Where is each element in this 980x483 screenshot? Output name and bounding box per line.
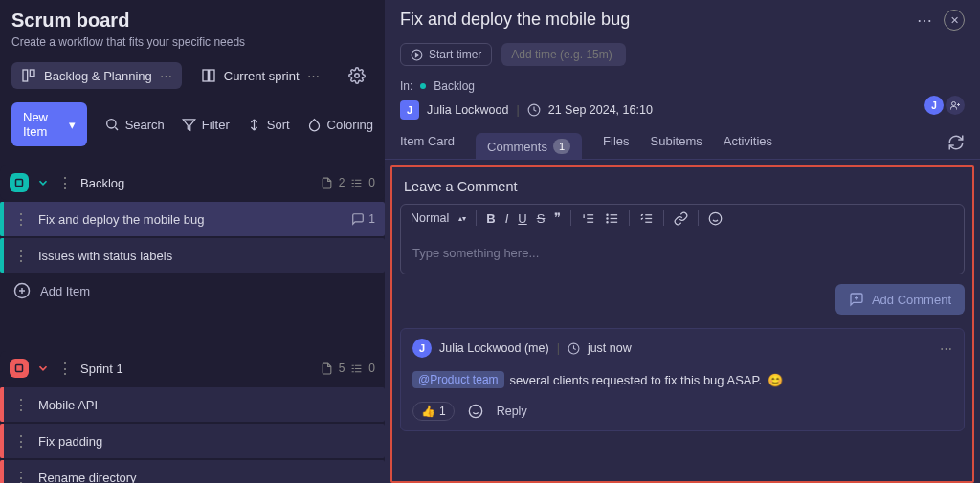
- group-checkbox[interactable]: [10, 173, 29, 192]
- start-timer-button[interactable]: Start timer: [400, 43, 492, 66]
- checklist-button[interactable]: [639, 211, 654, 226]
- emoji-button[interactable]: [708, 211, 723, 226]
- mention[interactable]: @Product team: [412, 371, 504, 388]
- tab-files[interactable]: Files: [603, 134, 629, 158]
- comment-body: @Product team several clients requested …: [412, 371, 952, 388]
- drag-handle-icon[interactable]: ⋮: [57, 360, 73, 378]
- list-item[interactable]: ⋮Rename directory: [0, 460, 385, 483]
- avatar[interactable]: J: [400, 100, 419, 120]
- svg-rect-1: [30, 70, 34, 77]
- add-comment-button[interactable]: Add Comment: [835, 284, 965, 315]
- more-icon[interactable]: ⋯: [940, 341, 952, 356]
- filter-icon: [182, 118, 196, 132]
- left-panel: Scrum board Create a workflow that fits …: [0, 0, 385, 483]
- coloring-button[interactable]: Coloring: [307, 118, 373, 132]
- drag-handle-icon[interactable]: ⋮: [13, 396, 29, 414]
- group-checkbox[interactable]: [10, 359, 29, 378]
- tab-activities[interactable]: Activities: [724, 134, 772, 158]
- sprint-icon: [201, 68, 216, 83]
- svg-rect-2: [203, 70, 208, 81]
- play-icon: [411, 49, 423, 61]
- strike-button[interactable]: S: [537, 211, 546, 226]
- list-item[interactable]: ⋮ Fix and deploy the mobile bug 1: [0, 202, 385, 236]
- svg-point-16: [952, 102, 956, 106]
- more-icon[interactable]: ⋯: [917, 11, 932, 30]
- tab-item-card[interactable]: Item Card: [400, 134, 455, 158]
- sort-button[interactable]: Sort: [247, 118, 290, 132]
- comment-time: just now: [588, 341, 632, 355]
- svg-point-5: [106, 120, 115, 128]
- list-item[interactable]: ⋮ Issues with status labels: [0, 238, 385, 273]
- link-button[interactable]: [674, 211, 688, 226]
- search-icon: [104, 117, 120, 132]
- svg-rect-12: [16, 365, 23, 372]
- item-text: Fix and deploy the mobile bug: [38, 212, 204, 227]
- drag-handle-icon[interactable]: ⋮: [13, 210, 29, 229]
- add-reaction-button[interactable]: [468, 404, 483, 419]
- group-header-backlog[interactable]: ⋮ Backlog 2 0: [0, 165, 385, 200]
- item-title[interactable]: Fix and deploy the mobile bug: [400, 10, 965, 30]
- avatar[interactable]: J: [924, 96, 944, 115]
- italic-button[interactable]: I: [505, 211, 509, 226]
- editor-placeholder[interactable]: Type something here...: [401, 232, 964, 274]
- add-time-input[interactable]: [501, 43, 626, 66]
- in-value[interactable]: Backlog: [434, 79, 475, 93]
- detail-panel: Fix and deploy the mobile bug ⋯ ✕ Start …: [385, 0, 980, 483]
- add-person-button[interactable]: [946, 96, 965, 115]
- comment-count[interactable]: 1: [351, 212, 375, 226]
- svg-point-25: [607, 214, 608, 215]
- svg-point-4: [355, 74, 360, 78]
- add-item-button[interactable]: Add Item: [0, 274, 385, 307]
- tab-current-sprint[interactable]: Current sprint ⋯: [191, 62, 329, 89]
- svg-rect-3: [209, 70, 213, 81]
- close-button[interactable]: ✕: [944, 10, 965, 31]
- refresh-icon[interactable]: [947, 134, 965, 159]
- tab-comments[interactable]: Comments1: [476, 133, 582, 160]
- underline-button[interactable]: U: [518, 211, 526, 226]
- color-bar: [0, 460, 4, 483]
- unordered-list-button[interactable]: [605, 211, 619, 226]
- comment-editor[interactable]: Normal▴▾ B I U S ❞ Type: [400, 204, 965, 274]
- doc-count: 5: [339, 362, 345, 375]
- group-header-sprint1[interactable]: ⋮ Sprint 1 5 0: [0, 351, 385, 385]
- list-item[interactable]: ⋮Mobile API: [0, 387, 385, 422]
- sub-count: 0: [368, 362, 375, 375]
- add-comment-label: Add Comment: [872, 293, 951, 307]
- list-item[interactable]: ⋮Fix padding: [0, 424, 385, 458]
- ordered-list-button[interactable]: [581, 211, 595, 226]
- doc-icon: [321, 177, 333, 189]
- more-icon[interactable]: ⋯: [160, 69, 172, 83]
- reaction-button[interactable]: 👍1: [412, 402, 455, 421]
- page-subtitle: Create a workflow that fits your specifi…: [11, 35, 373, 49]
- tab-label: Comments: [487, 140, 547, 154]
- item-text: Issues with status labels: [38, 249, 172, 263]
- new-item-label: New Item: [23, 110, 61, 139]
- filter-button[interactable]: Filter: [182, 118, 230, 132]
- tab-subitems[interactable]: Subitems: [651, 134, 702, 158]
- new-item-button[interactable]: New Item ▾: [11, 102, 87, 146]
- comments-badge: 1: [553, 139, 570, 154]
- assignee-name[interactable]: Julia Lockwood: [427, 103, 508, 117]
- bold-button[interactable]: B: [486, 211, 495, 226]
- tool-label: Sort: [267, 118, 290, 132]
- drag-handle-icon[interactable]: ⋮: [57, 174, 73, 192]
- gear-icon[interactable]: [348, 67, 366, 84]
- quote-button[interactable]: ❞: [554, 210, 561, 226]
- drag-handle-icon[interactable]: ⋮: [13, 432, 29, 450]
- chevron-down-icon[interactable]: [36, 362, 50, 375]
- paragraph-style-dropdown[interactable]: Normal▴▾: [411, 211, 466, 225]
- tab-backlog-planning[interactable]: Backlog & Planning ⋯: [11, 62, 182, 89]
- drag-handle-icon[interactable]: ⋮: [13, 247, 29, 265]
- drag-handle-icon[interactable]: ⋮: [13, 469, 29, 484]
- comment-icon: [351, 212, 365, 226]
- chevron-down-icon[interactable]: [36, 176, 50, 189]
- reply-button[interactable]: Reply: [497, 405, 527, 418]
- clock-icon: [568, 342, 580, 355]
- comment-author[interactable]: Julia Lockwood (me): [439, 341, 549, 355]
- plus-circle-icon: [13, 282, 31, 299]
- more-icon[interactable]: ⋯: [307, 69, 320, 83]
- tool-label: Coloring: [327, 118, 373, 132]
- svg-rect-0: [23, 70, 28, 81]
- avatar[interactable]: J: [412, 339, 432, 358]
- search-button[interactable]: Search: [104, 117, 165, 132]
